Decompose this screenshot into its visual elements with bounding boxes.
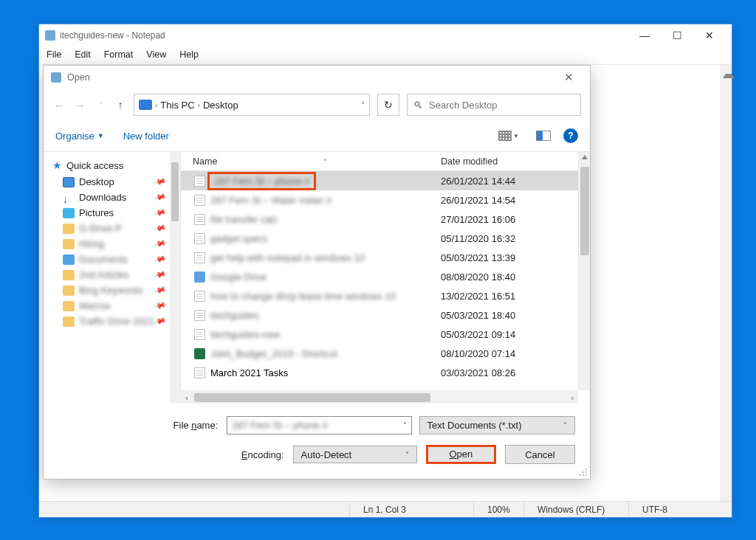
file-name: how to change dhcp lease time windows 10 <box>210 291 396 302</box>
new-folder-button[interactable]: New folder <box>123 131 169 142</box>
menu-file[interactable]: File <box>42 48 66 61</box>
resize-grip[interactable] <box>578 467 587 476</box>
sidebar-item[interactable]: Documents📌 <box>47 252 177 267</box>
search-input[interactable] <box>429 100 574 111</box>
pin-icon: 📌 <box>154 190 168 204</box>
breadcrumb-this-pc[interactable]: This PC <box>160 100 194 111</box>
sidebar-item[interactable]: Hiring📌 <box>47 236 177 252</box>
file-name: gadget specs <box>210 233 267 244</box>
chevron-down-icon[interactable]: ˅ <box>403 421 407 429</box>
sidebar-item[interactable]: Bing Keywords📌 <box>47 283 177 298</box>
menu-view[interactable]: View <box>142 48 171 61</box>
notepad-icon <box>45 30 55 41</box>
file-row[interactable]: itechguides05/03/2021 18:40 <box>181 305 590 325</box>
folder-icon <box>63 270 75 280</box>
scroll-left-icon[interactable]: ‹ <box>181 393 193 402</box>
file-name: Google Drive <box>210 271 267 283</box>
sidebar-item-label: G-Drive-P <box>79 223 122 234</box>
dialog-close-button[interactable]: ✕ <box>554 67 583 88</box>
encoding-value: Auto-Detect <box>301 449 352 460</box>
file-row[interactable]: get help with notepad in windows 1005/03… <box>181 248 590 267</box>
open-dialog-titlebar[interactable]: Open ✕ <box>44 66 590 89</box>
sidebar-item[interactable]: ↓Downloads📌 <box>47 190 177 205</box>
dialog-bottom-panel: File name: 287 Fern St – phone # ˅ Text … <box>44 404 590 483</box>
file-date: 27/01/2021 16:06 <box>438 214 590 225</box>
file-row[interactable]: gadget specs05/11/2020 16:32 <box>181 229 590 248</box>
file-name: itechguides <box>210 310 259 321</box>
status-encoding: UTF-8 <box>628 502 732 517</box>
column-header-name[interactable]: Name <box>181 156 438 167</box>
file-row[interactable]: 287 Fern St – phone #26/01/2021 14:44 <box>181 171 590 190</box>
sidebar-item[interactable]: 2nd Articles📌 <box>47 267 177 283</box>
chevron-down-icon: ▼ <box>513 133 519 139</box>
column-headers: Name Date modified <box>181 152 590 171</box>
file-row[interactable]: itechguides-new05/03/2021 09:14 <box>181 325 590 344</box>
open-dialog-icon <box>51 72 61 83</box>
column-header-date[interactable]: Date modified <box>438 156 590 167</box>
file-row[interactable]: 287 Fern St – Water meter #26/01/2021 14… <box>181 190 590 210</box>
nav-back-button[interactable]: ← <box>52 98 66 111</box>
view-mode-button[interactable]: ▼ <box>494 128 523 144</box>
file-date: 13/02/2021 16:51 <box>438 291 590 302</box>
address-bar[interactable]: › This PC › Desktop ˅ <box>134 94 370 116</box>
close-button[interactable]: ✕ <box>693 24 726 46</box>
address-dropdown-icon[interactable]: ˅ <box>361 101 365 109</box>
file-row[interactable]: Google Drive08/08/2020 18:40 <box>181 267 590 286</box>
chevron-down-icon: ▼ <box>97 132 104 139</box>
sidebar-item[interactable]: Traffic Drive 2021📌 <box>47 314 177 329</box>
preview-pane-button[interactable] <box>532 128 554 144</box>
help-button[interactable]: ? <box>563 128 578 143</box>
sidebar-scrollbar[interactable] <box>170 152 180 404</box>
search-box[interactable]: 🔍︎ <box>407 94 581 116</box>
file-name: 287 Fern St – Water meter # <box>210 195 331 206</box>
file-name: file transfer calc <box>210 214 278 225</box>
encoding-combo[interactable]: Auto-Detect ˅ <box>293 446 417 463</box>
file-name: itechguides-new <box>210 329 280 340</box>
organise-menu[interactable]: Organise ▼ <box>55 131 104 142</box>
cancel-button[interactable]: Cancel <box>505 445 575 464</box>
notepad-titlebar[interactable]: itechguides-new - Notepad ― ☐ ✕ <box>39 24 732 46</box>
file-horizontal-scrollbar[interactable]: ‹ › <box>181 390 578 404</box>
file-row[interactable]: March 2021 Tasks03/03/2021 08:26 <box>181 363 590 382</box>
sidebar-quick-access[interactable]: ★ Quick access <box>47 156 177 174</box>
refresh-button[interactable]: ↻ <box>377 94 399 116</box>
breadcrumb-separator-icon: › <box>198 101 200 109</box>
file-name-combo[interactable]: 287 Fern St – phone # ˅ <box>227 416 411 435</box>
file-row[interactable]: Joint_Budget_2019 - Shortcut08/10/2020 0… <box>181 344 590 363</box>
file-name: 287 Fern St – phone # <box>214 176 309 187</box>
open-button[interactable]: Open <box>426 445 496 464</box>
file-row[interactable]: file transfer calc27/01/2021 16:06 <box>181 210 590 229</box>
chevron-down-icon[interactable]: ˅ <box>405 451 409 459</box>
text-file-icon <box>194 367 205 378</box>
menu-edit[interactable]: Edit <box>70 48 95 61</box>
sidebar-item[interactable]: Pictures📌 <box>47 205 177 221</box>
scroll-right-icon[interactable]: › <box>566 393 578 402</box>
chevron-down-icon[interactable]: ˅ <box>563 421 567 429</box>
file-type-combo[interactable]: Text Documents (*.txt) ˅ <box>419 416 575 435</box>
file-row[interactable]: how to change dhcp lease time windows 10… <box>181 286 590 305</box>
sidebar-item[interactable]: G-Drive-P📌 <box>47 221 177 236</box>
menu-format[interactable]: Format <box>100 48 138 61</box>
file-date: 05/03/2021 18:40 <box>438 310 590 321</box>
sidebar-item[interactable]: Desktop📌 <box>47 174 177 190</box>
file-list: 287 Fern St – phone #26/01/2021 14:44287… <box>181 171 590 390</box>
file-date: 05/03/2021 13:39 <box>438 252 590 263</box>
maximize-button[interactable]: ☐ <box>661 24 693 46</box>
nav-up-button[interactable]: ↑ <box>114 99 126 111</box>
breadcrumb-desktop[interactable]: Desktop <box>203 100 238 111</box>
sidebar-item-label: Traffic Drive 2021 <box>79 316 154 327</box>
pin-icon: 📌 <box>154 175 168 188</box>
breadcrumb-separator-icon: › <box>155 101 157 109</box>
notepad-vertical-scrollbar[interactable] <box>720 65 732 501</box>
notepad-title: itechguides-new - Notepad <box>60 30 165 41</box>
pin-icon: 📌 <box>154 299 168 312</box>
file-vertical-scrollbar[interactable] <box>578 152 590 390</box>
scroll-thumb[interactable] <box>194 393 430 402</box>
sidebar-item[interactable]: Macros📌 <box>47 298 177 314</box>
quick-access-label: Quick access <box>66 160 123 171</box>
pin-icon: 📌 <box>154 268 168 281</box>
minimize-button[interactable]: ― <box>628 24 661 46</box>
nav-forward-button[interactable]: → <box>73 98 86 111</box>
menu-help[interactable]: Help <box>175 48 203 61</box>
nav-recent-dropdown[interactable]: ˅ <box>94 98 107 111</box>
